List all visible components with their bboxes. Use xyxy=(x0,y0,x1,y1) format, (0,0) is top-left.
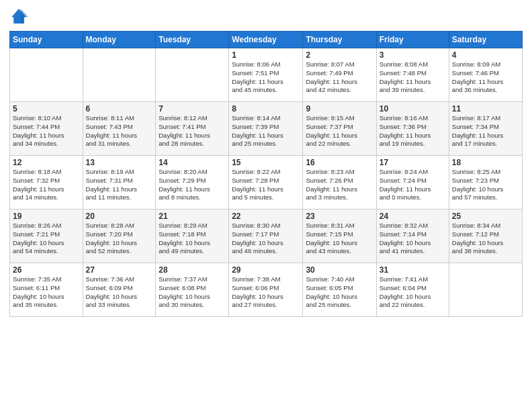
day-number: 30 xyxy=(306,265,373,275)
calendar-cell: 17Sunrise: 8:24 AM Sunset: 7:24 PM Dayli… xyxy=(376,156,449,210)
weekday-header: Wednesday xyxy=(229,32,303,48)
calendar-week-row: 5Sunrise: 8:10 AM Sunset: 7:44 PM Daylig… xyxy=(10,102,523,156)
calendar-cell: 2Sunrise: 8:07 AM Sunset: 7:49 PM Daylig… xyxy=(303,48,376,102)
page: SundayMondayTuesdayWednesdayThursdayFrid… xyxy=(0,0,532,411)
logo-icon xyxy=(9,7,28,26)
day-info: Sunrise: 7:35 AM Sunset: 6:11 PM Dayligh… xyxy=(13,275,80,310)
calendar-cell: 21Sunrise: 8:29 AM Sunset: 7:18 PM Dayli… xyxy=(156,210,229,263)
calendar-cell: 22Sunrise: 8:30 AM Sunset: 7:17 PM Dayli… xyxy=(229,210,303,263)
day-info: Sunrise: 8:32 AM Sunset: 7:14 PM Dayligh… xyxy=(380,222,446,256)
day-info: Sunrise: 8:20 AM Sunset: 7:29 PM Dayligh… xyxy=(159,168,226,202)
calendar-cell xyxy=(83,48,156,102)
calendar-cell: 11Sunrise: 8:17 AM Sunset: 7:34 PM Dayli… xyxy=(449,102,522,156)
day-info: Sunrise: 8:29 AM Sunset: 7:18 PM Dayligh… xyxy=(159,222,226,256)
day-number: 22 xyxy=(232,212,300,221)
calendar-week-row: 12Sunrise: 8:18 AM Sunset: 7:32 PM Dayli… xyxy=(10,156,523,210)
day-info: Sunrise: 8:34 AM Sunset: 7:12 PM Dayligh… xyxy=(452,222,519,256)
calendar-cell: 30Sunrise: 7:40 AM Sunset: 6:05 PM Dayli… xyxy=(303,263,376,317)
logo xyxy=(9,7,31,26)
day-info: Sunrise: 8:18 AM Sunset: 7:32 PM Dayligh… xyxy=(13,168,80,202)
day-info: Sunrise: 8:10 AM Sunset: 7:44 PM Dayligh… xyxy=(13,114,80,148)
weekday-header: Saturday xyxy=(449,32,522,48)
calendar-cell: 23Sunrise: 8:31 AM Sunset: 7:15 PM Dayli… xyxy=(303,210,376,263)
weekday-header: Tuesday xyxy=(156,32,229,48)
calendar-cell: 27Sunrise: 7:36 AM Sunset: 6:09 PM Dayli… xyxy=(83,263,156,317)
day-number: 31 xyxy=(380,265,446,275)
day-number: 8 xyxy=(232,104,300,113)
day-number: 20 xyxy=(86,212,153,221)
day-info: Sunrise: 8:23 AM Sunset: 7:26 PM Dayligh… xyxy=(306,168,373,202)
day-number: 21 xyxy=(159,212,226,221)
day-number: 28 xyxy=(159,265,226,275)
day-number: 4 xyxy=(452,50,519,60)
calendar-cell: 9Sunrise: 8:15 AM Sunset: 7:37 PM Daylig… xyxy=(303,102,376,156)
day-number: 27 xyxy=(86,265,153,275)
day-info: Sunrise: 8:30 AM Sunset: 7:17 PM Dayligh… xyxy=(232,222,300,256)
day-info: Sunrise: 8:26 AM Sunset: 7:21 PM Dayligh… xyxy=(13,222,80,256)
day-number: 18 xyxy=(452,158,519,167)
day-number: 15 xyxy=(232,158,300,167)
day-number: 14 xyxy=(159,158,226,167)
day-info: Sunrise: 8:16 AM Sunset: 7:36 PM Dayligh… xyxy=(380,114,446,148)
calendar-cell: 8Sunrise: 8:14 AM Sunset: 7:39 PM Daylig… xyxy=(229,102,303,156)
calendar-cell: 29Sunrise: 7:38 AM Sunset: 6:06 PM Dayli… xyxy=(229,263,303,317)
calendar-cell: 6Sunrise: 8:11 AM Sunset: 7:43 PM Daylig… xyxy=(83,102,156,156)
weekday-header: Sunday xyxy=(10,32,83,48)
day-number: 26 xyxy=(13,265,80,275)
calendar-cell: 15Sunrise: 8:22 AM Sunset: 7:28 PM Dayli… xyxy=(229,156,303,210)
calendar-cell xyxy=(156,48,229,102)
weekday-header: Friday xyxy=(376,32,449,48)
day-info: Sunrise: 8:31 AM Sunset: 7:15 PM Dayligh… xyxy=(306,222,373,256)
day-number: 23 xyxy=(306,212,373,221)
day-info: Sunrise: 8:08 AM Sunset: 7:48 PM Dayligh… xyxy=(380,60,446,95)
day-number: 12 xyxy=(13,158,80,167)
calendar-cell: 19Sunrise: 8:26 AM Sunset: 7:21 PM Dayli… xyxy=(10,210,83,263)
day-number: 7 xyxy=(159,104,226,113)
day-info: Sunrise: 8:24 AM Sunset: 7:24 PM Dayligh… xyxy=(380,168,446,202)
day-info: Sunrise: 8:11 AM Sunset: 7:43 PM Dayligh… xyxy=(86,114,153,148)
day-number: 13 xyxy=(86,158,153,167)
calendar-cell: 31Sunrise: 7:41 AM Sunset: 6:04 PM Dayli… xyxy=(376,263,449,317)
day-info: Sunrise: 8:25 AM Sunset: 7:23 PM Dayligh… xyxy=(452,168,519,202)
day-info: Sunrise: 8:12 AM Sunset: 7:41 PM Dayligh… xyxy=(159,114,226,148)
calendar-table: SundayMondayTuesdayWednesdayThursdayFrid… xyxy=(9,31,523,317)
day-info: Sunrise: 7:40 AM Sunset: 6:05 PM Dayligh… xyxy=(306,275,373,310)
day-number: 25 xyxy=(452,212,519,221)
calendar-cell: 7Sunrise: 8:12 AM Sunset: 7:41 PM Daylig… xyxy=(156,102,229,156)
calendar-cell: 16Sunrise: 8:23 AM Sunset: 7:26 PM Dayli… xyxy=(303,156,376,210)
day-number: 3 xyxy=(380,50,446,60)
calendar-cell: 26Sunrise: 7:35 AM Sunset: 6:11 PM Dayli… xyxy=(10,263,83,317)
calendar-cell: 13Sunrise: 8:19 AM Sunset: 7:31 PM Dayli… xyxy=(83,156,156,210)
day-info: Sunrise: 8:17 AM Sunset: 7:34 PM Dayligh… xyxy=(452,114,519,148)
calendar-cell: 3Sunrise: 8:08 AM Sunset: 7:48 PM Daylig… xyxy=(376,48,449,102)
day-number: 9 xyxy=(306,104,373,113)
weekday-header: Thursday xyxy=(303,32,376,48)
calendar-week-row: 1Sunrise: 8:06 AM Sunset: 7:51 PM Daylig… xyxy=(10,48,523,102)
weekday-header: Monday xyxy=(83,32,156,48)
header xyxy=(9,7,523,26)
calendar-cell: 28Sunrise: 7:37 AM Sunset: 6:08 PM Dayli… xyxy=(156,263,229,317)
calendar-cell xyxy=(449,263,522,317)
calendar-cell: 25Sunrise: 8:34 AM Sunset: 7:12 PM Dayli… xyxy=(449,210,522,263)
day-number: 29 xyxy=(232,265,300,275)
day-info: Sunrise: 7:41 AM Sunset: 6:04 PM Dayligh… xyxy=(380,275,446,310)
calendar-cell: 14Sunrise: 8:20 AM Sunset: 7:29 PM Dayli… xyxy=(156,156,229,210)
day-info: Sunrise: 7:36 AM Sunset: 6:09 PM Dayligh… xyxy=(86,275,153,310)
day-info: Sunrise: 7:37 AM Sunset: 6:08 PM Dayligh… xyxy=(159,275,226,310)
day-info: Sunrise: 8:22 AM Sunset: 7:28 PM Dayligh… xyxy=(232,168,300,202)
day-number: 10 xyxy=(380,104,446,113)
day-number: 16 xyxy=(306,158,373,167)
day-number: 17 xyxy=(380,158,446,167)
calendar-cell: 12Sunrise: 8:18 AM Sunset: 7:32 PM Dayli… xyxy=(10,156,83,210)
calendar-cell: 1Sunrise: 8:06 AM Sunset: 7:51 PM Daylig… xyxy=(229,48,303,102)
day-number: 19 xyxy=(13,212,80,221)
day-info: Sunrise: 8:15 AM Sunset: 7:37 PM Dayligh… xyxy=(306,114,373,148)
day-info: Sunrise: 8:09 AM Sunset: 7:46 PM Dayligh… xyxy=(452,60,519,95)
day-info: Sunrise: 8:06 AM Sunset: 7:51 PM Dayligh… xyxy=(232,60,300,95)
day-info: Sunrise: 8:28 AM Sunset: 7:20 PM Dayligh… xyxy=(86,222,153,256)
calendar-cell: 4Sunrise: 8:09 AM Sunset: 7:46 PM Daylig… xyxy=(449,48,522,102)
day-number: 1 xyxy=(232,50,300,60)
day-number: 2 xyxy=(306,50,373,60)
calendar-week-row: 19Sunrise: 8:26 AM Sunset: 7:21 PM Dayli… xyxy=(10,210,523,263)
calendar-cell: 24Sunrise: 8:32 AM Sunset: 7:14 PM Dayli… xyxy=(376,210,449,263)
